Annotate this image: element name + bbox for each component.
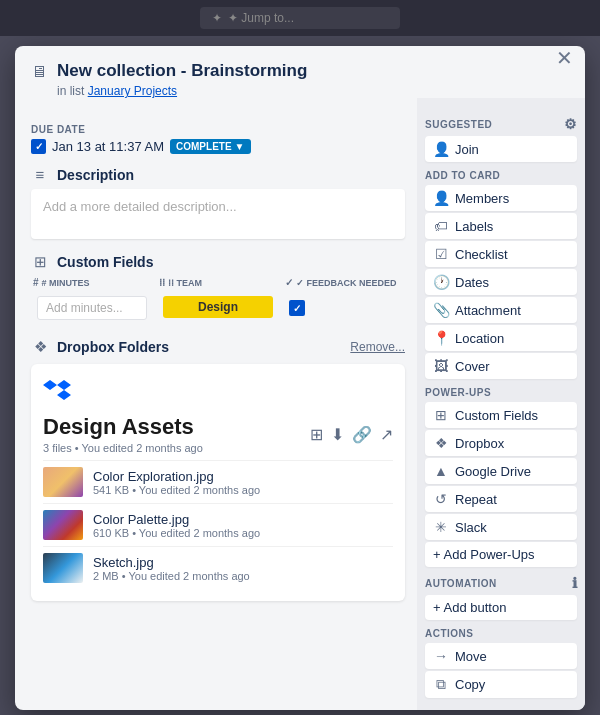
due-date-checkbox[interactable]: [31, 139, 46, 154]
slack-icon: ✳: [433, 519, 449, 535]
file-info-1: Color Exploration.jpg 541 KB • You edite…: [93, 469, 260, 496]
custom-fields-power-up-button[interactable]: ⊞ Custom Fields: [425, 402, 577, 428]
join-button[interactable]: 👤 Join: [425, 136, 577, 162]
modal-title: New collection - Brainstorming: [57, 60, 569, 82]
dropbox-card: Design Assets 3 files • You edited 2 mon…: [31, 364, 405, 601]
modal-subtitle: in list January Projects: [57, 84, 569, 98]
checklist-button[interactable]: ☑ Checklist: [425, 241, 577, 267]
info-icon[interactable]: ℹ: [572, 575, 578, 591]
download-icon[interactable]: ⬇: [331, 425, 344, 444]
person-icon: 👤: [433, 141, 449, 157]
description-placeholder: Add a more detailed description...: [43, 199, 237, 214]
google-drive-button[interactable]: ▲ Google Drive: [425, 458, 577, 484]
main-modal: 🖥 New collection - Brainstorming in list…: [15, 46, 585, 710]
cf-feedback-header: ✓ ✓ FEEDBACK NEEDED: [283, 277, 405, 288]
cf-feedback-value[interactable]: [283, 292, 405, 324]
power-ups-title: POWER-UPS: [425, 387, 577, 398]
dropbox-section-icon: ❖: [31, 338, 49, 356]
dates-button[interactable]: 🕐 Dates: [425, 269, 577, 295]
location-button[interactable]: 📍 Location: [425, 325, 577, 351]
file-list: Color Exploration.jpg 541 KB • You edite…: [43, 460, 393, 589]
labels-button[interactable]: 🏷 Labels: [425, 213, 577, 239]
monitor-icon: 🖥: [31, 63, 47, 81]
file-thumb-3: [43, 553, 83, 583]
attachment-button[interactable]: 📎 Attachment: [425, 297, 577, 323]
dropbox-folder-title: Design Assets: [43, 414, 203, 440]
modal-left: DUE DATE Jan 13 at 11:37 AM COMPLETE ▼ ≡: [15, 98, 417, 710]
cf-minutes-header: # # MINUTES: [31, 277, 153, 288]
dropbox-button[interactable]: ❖ Dropbox: [425, 430, 577, 456]
location-icon: 📍: [433, 330, 449, 346]
remove-link[interactable]: Remove...: [350, 340, 405, 354]
custom-fields-title: Custom Fields: [57, 254, 153, 270]
custom-fields-section: ⊞ Custom Fields # # MINUTES ⁞⁞ ⁞⁞ TEAM: [31, 253, 405, 324]
due-date-section: DUE DATE Jan 13 at 11:37 AM COMPLETE ▼: [31, 124, 405, 154]
add-to-card-title: ADD TO CARD: [425, 170, 577, 181]
modal-right: SUGGESTED ⚙ 👤 Join ADD TO CARD 👤 Members: [417, 98, 585, 710]
file-item[interactable]: Color Palette.jpg 610 KB • You edited 2 …: [43, 503, 393, 546]
clock-icon: 🕐: [433, 274, 449, 290]
jump-placeholder: ✦ Jump to...: [228, 11, 294, 25]
description-title: Description: [57, 167, 134, 183]
cover-icon: 🖼: [433, 358, 449, 374]
close-button[interactable]: ✕: [552, 46, 577, 72]
tag-icon: 🏷: [433, 218, 449, 234]
move-icon: →: [433, 648, 449, 664]
external-link-icon[interactable]: ↗: [380, 425, 393, 444]
file-info-3: Sketch.jpg 2 MB • You edited 2 months ag…: [93, 555, 250, 582]
checklist-icon: ☑: [433, 246, 449, 262]
modal-header: 🖥 New collection - Brainstorming in list…: [15, 46, 585, 98]
list-link[interactable]: January Projects: [88, 84, 177, 98]
add-power-ups-button[interactable]: + Add Power-Ups: [425, 542, 577, 567]
attachment-icon: 📎: [433, 302, 449, 318]
cf-feedback-checkbox[interactable]: [289, 300, 305, 316]
description-section: ≡ Description Add a more detailed descri…: [31, 166, 405, 239]
slack-button[interactable]: ✳ Slack: [425, 514, 577, 540]
add-button-button[interactable]: + Add button: [425, 595, 577, 620]
dropbox-actions: ⊞ ⬇ 🔗 ↗: [310, 425, 393, 444]
custom-fields-grid: # # MINUTES ⁞⁞ ⁞⁞ TEAM ✓ ✓ FEEDBACK NEED…: [31, 277, 405, 324]
dropbox-section-title: Dropbox Folders: [57, 339, 169, 355]
due-date-value: Jan 13 at 11:37 AM: [52, 139, 164, 154]
cf-team-value[interactable]: Design: [157, 292, 279, 324]
jump-input[interactable]: ✦ ✦ Jump to...: [200, 7, 400, 29]
description-box[interactable]: Add a more detailed description...: [31, 189, 405, 239]
dropbox-logo-icon: [43, 376, 71, 404]
gdrive-icon: ▲: [433, 463, 449, 479]
file-item[interactable]: Color Exploration.jpg 541 KB • You edite…: [43, 460, 393, 503]
members-button[interactable]: 👤 Members: [425, 185, 577, 211]
repeat-button[interactable]: ↺ Repeat: [425, 486, 577, 512]
file-item[interactable]: Sketch.jpg 2 MB • You edited 2 months ag…: [43, 546, 393, 589]
members-icon: 👤: [433, 190, 449, 206]
grid-icon[interactable]: ⊞: [310, 425, 323, 444]
repeat-icon: ↺: [433, 491, 449, 507]
file-info-2: Color Palette.jpg 610 KB • You edited 2 …: [93, 512, 260, 539]
dropbox-meta: 3 files • You edited 2 months ago: [43, 442, 203, 454]
move-button[interactable]: → Move: [425, 643, 577, 669]
due-date-label: DUE DATE: [31, 124, 405, 135]
dropbox-icon: ❖: [433, 435, 449, 451]
cf-minutes-value[interactable]: Add minutes...: [31, 292, 153, 324]
file-thumb-1: [43, 467, 83, 497]
suggested-section: SUGGESTED ⚙ 👤 Join: [425, 116, 577, 162]
copy-button[interactable]: ⧉ Copy: [425, 671, 577, 698]
automation-title: AUTOMATION ℹ: [425, 575, 577, 591]
cf-team-header: ⁞⁞ ⁞⁞ TEAM: [157, 277, 279, 288]
custom-fields-icon: ⊞: [31, 253, 49, 271]
dropbox-section: ❖ Dropbox Folders Remove...: [31, 338, 405, 601]
complete-badge[interactable]: COMPLETE ▼: [170, 139, 250, 154]
actions-title: ACTIONS: [425, 628, 577, 639]
cover-button[interactable]: 🖼 Cover: [425, 353, 577, 379]
link-icon[interactable]: 🔗: [352, 425, 372, 444]
file-thumb-2: [43, 510, 83, 540]
copy-icon: ⧉: [433, 676, 449, 693]
cf-power-icon: ⊞: [433, 407, 449, 423]
gear-icon[interactable]: ⚙: [564, 116, 578, 132]
description-icon: ≡: [31, 166, 49, 183]
